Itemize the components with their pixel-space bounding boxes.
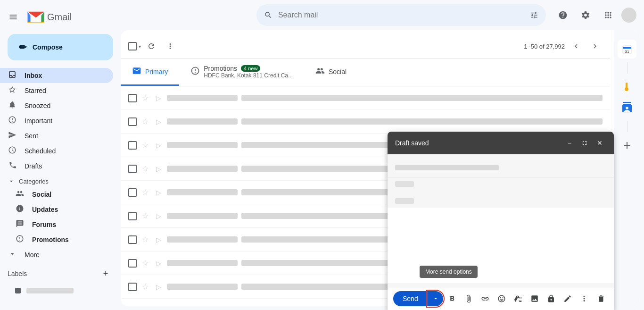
row-checkbox[interactable] (128, 212, 137, 220)
email-toolbar: ▾ 1–50 of 27,992 (121, 34, 610, 59)
email-row[interactable]: ☆ ▷ (121, 110, 610, 134)
row-checkbox[interactable] (128, 188, 137, 197)
send-options-dropdown-button[interactable] (428, 291, 443, 306)
row-checkbox[interactable] (128, 165, 137, 173)
sidebar-item-social[interactable]: Social (0, 187, 113, 202)
row-checkbox[interactable] (128, 141, 137, 150)
row-important[interactable]: ▷ (154, 212, 163, 220)
keep-icon[interactable] (618, 77, 636, 96)
row-checkbox[interactable] (128, 235, 137, 244)
row-star[interactable]: ☆ (140, 93, 150, 102)
menu-icon[interactable] (4, 8, 23, 26)
sidebar-item-snoozed[interactable]: Snoozed (0, 98, 113, 113)
sidebar-item-more[interactable]: More (0, 247, 113, 262)
row-important[interactable]: ▷ (154, 118, 163, 126)
sidebar-item-starred[interactable]: Starred (0, 83, 113, 98)
row-checkbox[interactable] (128, 283, 137, 291)
sidebar-item-sent[interactable]: Sent (0, 128, 113, 143)
select-all-checkbox[interactable] (128, 42, 137, 50)
social-icon (15, 189, 25, 200)
send-options-tooltip: More send options (420, 266, 478, 278)
scheduled-icon (8, 146, 17, 156)
gmail-logo: Gmail (26, 10, 72, 24)
prev-page-button[interactable] (569, 39, 584, 54)
search-bar[interactable] (256, 4, 546, 26)
row-important[interactable]: ▷ (154, 165, 163, 173)
refresh-button[interactable] (143, 38, 160, 55)
delete-compose-button[interactable] (594, 291, 608, 306)
row-checkbox[interactable] (128, 94, 137, 102)
row-important[interactable]: ▷ (154, 189, 163, 196)
close-compose-button[interactable]: ✕ (593, 136, 606, 150)
sidebar-item-updates[interactable]: Updates (0, 202, 113, 217)
inbox-icon (8, 70, 17, 81)
tab-promotions[interactable]: Promotions 4 new HDFC Bank, Kotak 811 Cr… (179, 59, 304, 86)
tab-primary[interactable]: Primary (121, 59, 179, 86)
search-input[interactable] (278, 11, 524, 19)
attach-button[interactable] (462, 291, 476, 306)
row-important[interactable]: ▷ (154, 94, 163, 102)
format-button[interactable] (445, 291, 460, 306)
avatar[interactable] (621, 8, 636, 23)
row-star[interactable]: ☆ (140, 117, 150, 126)
more-options-button[interactable] (162, 38, 179, 55)
minimize-compose-button[interactable]: − (563, 136, 576, 150)
google-calendar-icon[interactable]: 31 (618, 40, 636, 59)
compose-window: Draft saved − ✕ (388, 132, 614, 306)
logo-text: Gmail (47, 12, 72, 23)
lock-button[interactable] (544, 291, 559, 306)
sidebar: Gmail ✏ Compose Inbox Starred Snoo (0, 0, 121, 310)
expand-compose-button[interactable] (578, 136, 591, 150)
row-star[interactable]: ☆ (140, 164, 150, 173)
inbox-label: Inbox (25, 72, 106, 79)
row-star[interactable]: ☆ (140, 188, 150, 197)
send-button[interactable]: Send (393, 291, 428, 306)
sidebar-item-drafts[interactable]: Drafts (0, 159, 113, 174)
link-button[interactable] (478, 291, 493, 306)
compose-footer: Send (388, 287, 614, 306)
row-star[interactable]: ☆ (140, 235, 150, 244)
sidebar-item-scheduled[interactable]: Scheduled (0, 143, 113, 159)
row-checkbox[interactable] (128, 117, 137, 126)
sidebar-item-promotions[interactable]: Promotions (0, 232, 113, 247)
top-bar-right (553, 6, 636, 25)
settings-button[interactable] (576, 6, 595, 25)
email-row[interactable]: ☆ ▷ (121, 86, 610, 110)
row-checkbox[interactable] (128, 259, 137, 268)
search-filter-icon[interactable] (530, 10, 538, 20)
row-star[interactable]: ☆ (140, 141, 150, 150)
add-icon[interactable] (618, 136, 636, 155)
row-important[interactable]: ▷ (154, 260, 163, 267)
more-compose-options-button[interactable] (577, 291, 592, 306)
sidebar-item-forums[interactable]: Forums (0, 217, 113, 232)
compose-header[interactable]: Draft saved − ✕ (388, 132, 614, 154)
emoji-button[interactable] (495, 291, 509, 306)
row-star[interactable]: ☆ (140, 282, 150, 291)
image-button[interactable] (528, 291, 542, 306)
add-label-button[interactable]: + (98, 266, 113, 281)
page-info: 1–50 of 27,992 (524, 39, 603, 54)
row-important[interactable]: ▷ (154, 142, 163, 149)
signature-button[interactable] (561, 291, 575, 306)
promotions-badge: 4 new (241, 65, 260, 72)
apps-button[interactable] (599, 6, 618, 25)
row-important[interactable]: ▷ (154, 283, 163, 291)
contacts-icon[interactable] (618, 98, 636, 117)
tab-social[interactable]: Social (304, 59, 358, 86)
row-star[interactable]: ☆ (140, 259, 150, 268)
compose-header-buttons: − ✕ (563, 136, 606, 150)
label-item[interactable] (0, 283, 113, 298)
compose-button[interactable]: ✏ Compose (8, 34, 113, 60)
categories-header[interactable]: Categories (0, 174, 121, 187)
promotions-subtitle: HDFC Bank, Kotak 811 Credit Ca... (204, 72, 293, 79)
sidebar-item-inbox[interactable]: Inbox (0, 68, 113, 83)
select-dropdown[interactable]: ▾ (139, 44, 141, 49)
compose-to-field[interactable] (388, 158, 614, 177)
row-important[interactable]: ▷ (154, 236, 163, 243)
svg-rect-1 (623, 47, 631, 49)
row-star[interactable]: ☆ (140, 211, 150, 220)
help-button[interactable] (553, 6, 572, 25)
next-page-button[interactable] (587, 39, 603, 54)
sidebar-item-important[interactable]: Important (0, 113, 113, 128)
drive-button[interactable] (511, 291, 526, 306)
